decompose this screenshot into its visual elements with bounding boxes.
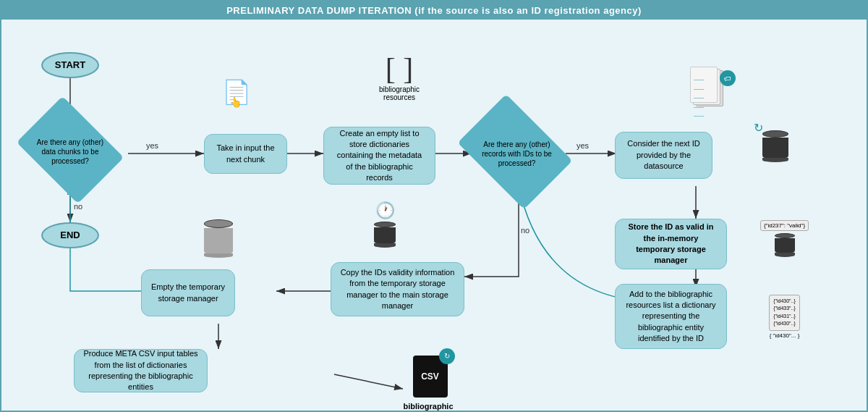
copy-ids-node: Copy the IDs validity information from t… bbox=[331, 262, 464, 316]
db-store-icon: {"id237": "valid"} bbox=[761, 219, 808, 258]
store-id-node: Store the ID as valid in the in-memory t… bbox=[615, 219, 727, 269]
svg-text:no: no bbox=[74, 202, 82, 211]
db-main-icon: ↻ bbox=[754, 125, 797, 168]
temp-storage-icon: 🕐 bbox=[356, 201, 414, 248]
consider-id-node: Consider the next ID provided by the dat… bbox=[615, 132, 712, 179]
svg-text:yes: yes bbox=[146, 141, 159, 150]
svg-text:no: no bbox=[521, 226, 529, 235]
title-bar: PRELIMINARY DATA DUMP ITERATION (if the … bbox=[1, 1, 867, 20]
end-node: END bbox=[41, 222, 99, 248]
csv-icon: CSV ↻ bbox=[407, 349, 454, 403]
empty-ts-node: Empty the temporary storage manager bbox=[141, 269, 235, 316]
chunk-icon: 📄 👆 bbox=[208, 67, 265, 117]
bib-resources-bottom-label: bibliographicresources bbox=[392, 396, 464, 412]
empty-db-icon bbox=[193, 211, 244, 266]
bib-resources-top-icon: [ ] bibliographicresources bbox=[356, 49, 443, 106]
create-list-node: Create an empty list to store dictionari… bbox=[323, 127, 435, 185]
add-bib-node: Add to the bibliographic resources list … bbox=[615, 284, 727, 349]
take-input-node: Take in input the next chunk bbox=[204, 134, 287, 174]
start-node: START bbox=[41, 52, 99, 78]
produce-csv-node: Produce META CSV input tables from the l… bbox=[74, 349, 208, 392]
diamond2-node: Are there any (other) records with IDs t… bbox=[468, 117, 566, 190]
doc-stack-icon: 🏷 —————————— bbox=[681, 63, 739, 117]
bib-list-icon: {"id430"..} {"id433"..} {"id431"..} {"id… bbox=[761, 291, 808, 342]
svg-text:yes: yes bbox=[576, 141, 590, 150]
diamond1-node: Are there any (other) data chunks to be … bbox=[27, 117, 114, 186]
diagram-area: yes no yes no bbox=[1, 20, 867, 408]
main-container: PRELIMINARY DATA DUMP ITERATION (if the … bbox=[0, 0, 868, 412]
